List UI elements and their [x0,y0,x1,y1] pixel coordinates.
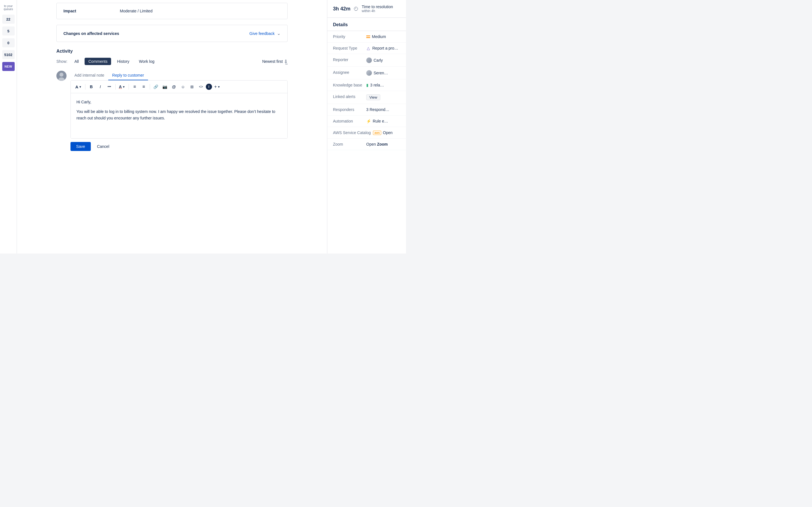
toolbar-more-plus[interactable]: + ▼ [213,83,222,91]
detail-val-knowledge-base: ▮ 3 rela… [366,83,400,87]
filter-comments[interactable]: Comments [85,58,111,65]
user-avatar [56,71,66,81]
detail-row-linked-alerts: Linked alerts View [327,91,406,104]
detail-val-zoom: Open Zoom [366,142,400,147]
detail-row-reporter: Reporter Carly [327,54,406,67]
request-type-text: Report a probl… [372,46,401,50]
filter-all[interactable]: All [71,58,83,65]
sort-label: Newest first [262,59,283,64]
detail-val-automation: ⚡ Rule e… [366,119,400,123]
toolbar-table[interactable]: ⊞ [188,83,196,91]
detail-key-priority: Priority [333,34,364,39]
sidebar-badge-5102[interactable]: 5102 [2,50,15,59]
assignee-name: Seren… [373,71,388,75]
comment-tabs: Add internal note Reply to customer [70,71,288,80]
action-buttons: Save Cancel [70,142,288,151]
toolbar-sep-4 [150,84,150,90]
cancel-button[interactable]: Cancel [94,142,113,151]
activity-filter-bar: Show: All Comments History Work log Newe… [56,58,288,65]
editor-content[interactable]: Hi Carly, You will be able to log in to … [71,93,287,138]
detail-val-assignee: Seren… [366,70,400,76]
sidebar-badge-22[interactable]: 22 [2,15,15,24]
toolbar-numbered-list[interactable]: ≡ [140,83,148,91]
time-number: 3h 42m [333,6,350,11]
filter-worklog[interactable]: Work log [135,58,158,65]
save-button[interactable]: Save [70,142,91,151]
detail-row-priority: Priority Medium [327,31,406,43]
detail-key-responders: Responders [333,107,364,112]
right-panel: 3h 42m ⏲ Time to resolution within 4h De… [327,0,406,253]
sidebar-queue-label: to your queues [0,4,17,11]
filter-history[interactable]: History [113,58,133,65]
tab-add-internal-note[interactable]: Add internal note [70,71,108,80]
editor-body: You will be able to log in to billing sy… [77,108,282,121]
toolbar-image[interactable]: 📷 [161,83,169,91]
detail-val-reporter: Carly [366,57,400,63]
detail-key-request-type: Request Type [333,46,364,50]
left-sidebar: to your queues 22 5 0 5102 NEW [0,0,17,253]
priority-text: Medium [372,34,386,39]
reporter-avatar [366,57,372,63]
activity-title: Activity [56,49,288,54]
impact-card: Impact Moderate / Limited [56,3,288,19]
toolbar-code[interactable]: <> [197,83,205,91]
toolbar-font-size[interactable]: A ▼ [73,83,84,91]
automation-text: Rule e… [373,119,388,123]
give-feedback-button[interactable]: Give feedback [250,31,275,36]
toolbar-text-color[interactable]: A ▼ [117,83,127,91]
svg-point-1 [59,73,63,76]
changes-card: Changes on affected services Give feedba… [56,25,288,42]
linked-alerts-view-button[interactable]: View [366,94,380,100]
tab-reply-to-customer[interactable]: Reply to customer [108,71,148,80]
detail-val-linked-alerts: View [366,94,400,100]
sort-newest-first-button[interactable]: Newest first ⇩̲ [262,59,288,64]
zoom-text: Open Zoom [366,142,388,147]
editor-toolbar: A ▼ B I ••• A ▼ ≡ ≡ [71,80,287,93]
toolbar-bullet-list[interactable]: ≡ [131,83,139,91]
changes-right: Give feedback ⌄ [250,31,281,36]
text-color-label: A [119,84,122,89]
detail-row-knowledge-base: Knowledge base ▮ 3 rela… [327,79,406,91]
details-section: Details Priority Medium Request Type △ R… [327,18,406,150]
detail-key-assignee: Assignee [333,70,364,75]
detail-row-request-type: Request Type △ Report a probl… [327,43,406,54]
plus-chevron: ▼ [217,86,220,89]
assignee-avatar [366,70,372,76]
toolbar-emoji[interactable]: ☺ [179,83,187,91]
sidebar-badge-new[interactable]: NEW [2,62,15,71]
chevron-down-icon: ⌄ [277,31,281,36]
knowledge-icon: ▮ [366,83,368,87]
toolbar-more-format[interactable]: ••• [105,83,114,91]
toolbar-italic[interactable]: I [96,83,105,91]
detail-row-aws: AWS Service Catalog aws Open [327,127,406,138]
toolbar-info[interactable]: i [206,83,212,90]
toolbar-bold[interactable]: B [87,83,96,91]
editor-wrapper: A ▼ B I ••• A ▼ ≡ ≡ [70,80,288,138]
automation-icon: ⚡ [366,119,371,123]
responders-text: 3 Respond… [366,107,389,112]
detail-row-automation: Automation ⚡ Rule e… [327,115,406,127]
toolbar-sep-2 [115,84,116,90]
detail-val-aws: aws Open [373,130,400,135]
toolbar-link[interactable]: 🔗 [152,83,160,91]
details-title: Details [327,18,406,31]
toolbar-mention[interactable]: @ [170,83,178,91]
text-color-chevron: ▼ [122,86,125,89]
editor-greeting: Hi Carly, [77,99,282,105]
detail-val-responders: 3 Respond… [366,107,400,112]
show-label: Show: [56,59,67,64]
request-type-icon: △ [366,46,371,50]
sidebar-badge-5[interactable]: 5 [2,26,15,36]
comment-area: Add internal note Reply to customer A ▼ … [56,71,288,151]
detail-val-request-type: △ Report a probl… [366,46,400,50]
impact-value: Moderate / Limited [120,9,153,13]
sidebar-badge-0[interactable]: 0 [2,38,15,47]
font-size-label: A [75,84,79,89]
changes-title: Changes on affected services [63,31,119,36]
time-label: Time to resolution [362,4,393,9]
clock-icon: ⏲ [353,6,359,12]
main-content: Impact Moderate / Limited Changes on aff… [17,0,327,253]
detail-row-assignee: Assignee Seren… [327,67,406,79]
aws-icon: aws [373,131,381,135]
detail-key-zoom: Zoom [333,142,364,147]
